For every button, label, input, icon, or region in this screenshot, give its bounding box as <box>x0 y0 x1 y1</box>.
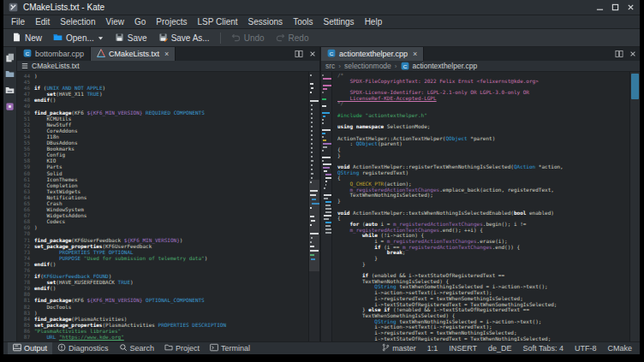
git-branch-icon <box>382 343 390 353</box>
tab-mode[interactable]: Soft Tabs: 4 <box>523 344 564 353</box>
menu-go[interactable]: Go <box>129 17 151 27</box>
undo-icon <box>231 33 241 44</box>
dropdown-arrow-icon[interactable] <box>98 33 104 43</box>
project-icon <box>164 343 173 353</box>
window-close-button[interactable] <box>627 3 635 11</box>
menu-settings[interactable]: Settings <box>318 17 359 27</box>
menu-edit[interactable]: Edit <box>30 17 55 27</box>
save-as-button-label: Save As... <box>171 33 210 43</box>
output-panel-button[interactable]: Output <box>8 342 52 354</box>
new-button-label: New <box>25 33 42 43</box>
tab-cmakelists-txt[interactable]: CMakeLists.txt × <box>91 47 176 61</box>
save-icon <box>115 33 124 44</box>
tab-close-icon[interactable]: × <box>164 50 169 58</box>
undo-button[interactable]: Undo <box>226 31 270 45</box>
minimap-view-indicator[interactable] <box>309 180 319 271</box>
diagnostics-icon <box>57 343 66 353</box>
main-content: C bottombar.cpp CMakeLists.txt × CMakeLi… <box>3 47 640 341</box>
redo-icon <box>276 33 285 44</box>
minimize-button[interactable] <box>596 3 604 11</box>
menu-view[interactable]: View <box>101 17 130 27</box>
save-as-button[interactable]: Save As... <box>153 31 215 45</box>
menu-bar: File Edit Selection View Go Projects LSP… <box>3 15 640 29</box>
right-scrollbar[interactable] <box>629 72 640 341</box>
tab-bar-spacer <box>176 47 292 61</box>
svg-text:C: C <box>402 63 407 69</box>
close-view-button[interactable] <box>626 47 640 61</box>
kate-app-icon <box>9 0 18 15</box>
maximize-button[interactable] <box>611 3 619 11</box>
search-icon <box>119 343 128 353</box>
breadcrumb-file[interactable]: actiontexthelper.cpp <box>413 62 478 70</box>
documents-icon[interactable] <box>5 53 15 62</box>
encoding[interactable]: UTF-8 <box>575 344 597 353</box>
tab-bottombar-cpp[interactable]: C bottombar.cpp <box>17 47 91 61</box>
left-code-area[interactable]: 44)4546if (UNIX AND NOT APPLE)47 set(HAV… <box>17 72 308 341</box>
left-dock <box>3 47 17 341</box>
projects-icon[interactable] <box>5 86 15 95</box>
tab-close-icon[interactable]: × <box>413 50 417 58</box>
right-code-area[interactable]: /* SPDX-FileCopyrightText: 2022 Felix Er… <box>332 72 629 341</box>
branch-name: master <box>392 344 416 353</box>
menu-lsp-client[interactable]: LSP Client <box>192 17 242 27</box>
search-panel-button[interactable]: Search <box>114 342 160 354</box>
save-button-label: Save <box>128 33 147 43</box>
redo-button[interactable]: Redo <box>271 31 314 45</box>
diagnostics-panel-button[interactable]: Diagnostics <box>52 342 114 354</box>
close-view-button[interactable] <box>306 47 319 61</box>
dictionary[interactable]: de_DE <box>488 344 512 353</box>
breadcrumb-src[interactable]: src <box>325 62 335 70</box>
project-panel-button[interactable]: Project <box>159 342 205 354</box>
terminal-panel-button[interactable]: Terminal <box>205 342 255 354</box>
right-editor: /* SPDX-FileCopyrightText: 2022 Felix Er… <box>321 72 640 341</box>
cpp-file-icon: C <box>401 62 409 70</box>
open-button[interactable]: Open... <box>48 31 109 45</box>
kate-window: CMakeLists.txt - Kate File Edit Selectio… <box>3 0 640 354</box>
plugins-icon[interactable] <box>5 102 15 111</box>
new-document-icon <box>12 33 21 44</box>
tab-actiontexthelper-cpp[interactable]: C actiontexthelper.cpp × <box>321 47 424 61</box>
menu-selection[interactable]: Selection <box>55 17 100 27</box>
cursor-position[interactable]: 1:1 <box>427 344 438 353</box>
menu-projects[interactable]: Projects <box>151 17 192 27</box>
menu-file[interactable]: File <box>6 17 30 27</box>
right-minimap[interactable] <box>321 72 332 341</box>
split-view-button[interactable] <box>292 47 306 61</box>
save-as-icon <box>158 33 168 44</box>
menu-sessions[interactable]: Sessions <box>243 17 289 27</box>
syntax-mode[interactable]: CMake <box>607 344 632 353</box>
input-mode[interactable]: INSERT <box>449 344 477 353</box>
menu-tools[interactable]: Tools <box>288 17 318 27</box>
left-editor: 44)4546if (UNIX AND NOT APPLE)47 set(HAV… <box>17 72 319 341</box>
document-list-icon[interactable] <box>21 62 28 69</box>
save-button[interactable]: Save <box>110 31 152 45</box>
tab-label: actiontexthelper.cpp <box>339 50 408 58</box>
filesystem-browser-icon[interactable] <box>5 69 15 79</box>
tab-label: bottombar.cpp <box>35 50 84 58</box>
git-branch-indicator[interactable]: master <box>382 343 416 353</box>
cpp-file-icon: C <box>23 49 32 59</box>
title-bar[interactable]: CMakeLists.txt - Kate <box>3 0 640 15</box>
status-bar: Output Diagnostics Search Project Termin… <box>3 341 640 354</box>
split-view-button[interactable] <box>612 47 626 61</box>
svg-text:C: C <box>330 50 334 56</box>
menu-help[interactable]: Help <box>360 17 388 27</box>
redo-button-label: Redo <box>289 33 309 43</box>
terminal-icon <box>210 343 218 353</box>
right-breadcrumb: src › selectionmode › C actiontexthelper… <box>321 61 640 72</box>
project-label: Project <box>176 344 200 353</box>
breadcrumb-selectionmode[interactable]: selectionmode <box>344 62 391 70</box>
right-tab-bar: C actiontexthelper.cpp × <box>321 47 640 61</box>
open-button-label: Open... <box>66 33 94 43</box>
breadcrumb-separator: › <box>395 62 397 70</box>
left-minimap[interactable] <box>308 72 319 341</box>
breadcrumb-file[interactable]: CMakeLists.txt <box>32 62 80 70</box>
breadcrumb-separator: › <box>338 62 341 70</box>
toolbar-separator <box>220 33 221 44</box>
search-label: Search <box>130 344 155 353</box>
cpp-file-icon: C <box>327 49 336 59</box>
new-button[interactable]: New <box>7 31 47 45</box>
output-icon <box>13 343 21 353</box>
left-editor-pane: C bottombar.cpp CMakeLists.txt × CMakeLi… <box>17 47 319 341</box>
scrollbar-thumb[interactable] <box>631 74 639 99</box>
